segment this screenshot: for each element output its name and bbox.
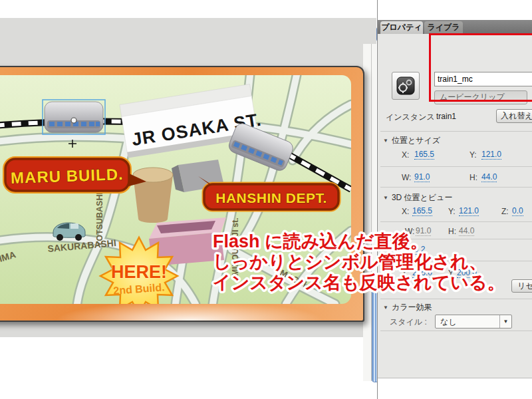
map-artwork[interactable]: SAKURABASHI KUSHIMA YOTSUBASHI ST. MIDOU…	[0, 75, 351, 304]
w3d-value: 91.0	[416, 227, 431, 236]
dropdown-arrow-icon[interactable]: ▼	[499, 315, 511, 328]
divider	[380, 239, 532, 239]
annotation-highlight-box	[429, 33, 532, 102]
y3d-value[interactable]: 121.0	[459, 207, 479, 216]
vp-x-label: X:	[402, 269, 409, 278]
bubble-maru[interactable]: MARU BUILD.	[5, 159, 146, 191]
h3d-value: 44.0	[459, 227, 474, 236]
divider	[380, 187, 532, 188]
z3d-label: Z:	[501, 207, 509, 216]
instance-label: インスタンス	[386, 112, 435, 123]
y-value[interactable]: 121.0	[481, 150, 501, 160]
x3d-value[interactable]: 165.5	[412, 207, 432, 216]
panel-tab-bar: プロパティ ライブラリ	[378, 20, 532, 34]
here-label: HERE!	[111, 262, 167, 282]
instance-name-value: train1	[436, 112, 456, 121]
section-title: 3D 位置とビュー	[392, 193, 453, 202]
section-color-effect[interactable]: ▼カラー効果	[383, 302, 432, 313]
w3d-label: W:	[405, 227, 414, 236]
building-cylinder[interactable]	[133, 168, 173, 223]
z3d-value[interactable]: 0.0	[512, 207, 523, 216]
registration-point	[71, 118, 76, 123]
swap-button[interactable]: 入れ替え	[496, 109, 532, 123]
h-value[interactable]: 44.0	[481, 173, 497, 182]
vp-x-value[interactable]: 275.0	[412, 269, 432, 278]
x3d-label: X:	[402, 207, 409, 216]
section-3d[interactable]: ▼3D 位置とビュー	[383, 192, 452, 203]
w-value[interactable]: 91.0	[414, 173, 430, 182]
bubble-hanshin-label: HANSHIN DEPT.	[215, 190, 327, 205]
disclosure-triangle-icon[interactable]: ▼	[383, 195, 388, 201]
divider	[380, 299, 532, 299]
disclosure-triangle-icon[interactable]: ▼	[383, 138, 388, 144]
stage-document: SAKURABASHI KUSHIMA YOTSUBASHI ST. MIDOU…	[0, 66, 364, 322]
style-dropdown[interactable]: なし ▼	[435, 315, 512, 329]
h-label: H:	[469, 173, 477, 182]
divider	[380, 221, 532, 222]
style-value: なし	[440, 317, 457, 328]
section-title: カラー効果	[392, 303, 432, 312]
style-label: スタイル :	[390, 317, 427, 328]
divider	[380, 166, 532, 167]
reset-button[interactable]: リセット	[511, 279, 532, 293]
section-position-size[interactable]: ▼位置とサイズ	[383, 135, 440, 146]
street-label: MIDOUSUJI st.	[231, 217, 240, 276]
symbol-type-button[interactable]	[392, 72, 420, 100]
divider	[380, 331, 532, 331]
h3d-label: H:	[448, 227, 456, 236]
map-area: SAKURABASHI KUSHIMA YOTSUBASHI ST. MIDOU…	[0, 75, 351, 304]
divider	[380, 261, 532, 261]
disclosure-triangle-icon[interactable]: ▼	[383, 305, 388, 311]
y3d-label: Y:	[448, 207, 456, 216]
vp-y-value[interactable]: 200.0	[457, 269, 477, 278]
perspective-angle-value[interactable]: 59.2	[410, 245, 425, 255]
app-screen: ▲ ▼	[0, 0, 532, 399]
vp-y-label: Y:	[448, 269, 456, 278]
map-orange-frame: SAKURABASHI KUSHIMA YOTSUBASHI ST. MIDOU…	[0, 67, 363, 321]
divider	[380, 131, 532, 132]
y-label: Y:	[469, 150, 477, 160]
movieclip-symbol-icon	[396, 76, 415, 95]
tab-properties[interactable]: プロパティ	[380, 21, 423, 34]
section-title: 位置とサイズ	[392, 136, 440, 145]
x-value[interactable]: 165.5	[414, 150, 434, 160]
tab-library[interactable]: ライブラリ	[424, 21, 463, 34]
bottom-margin	[0, 0, 376, 18]
x-label: X:	[402, 150, 409, 160]
w-label: W:	[402, 173, 411, 182]
